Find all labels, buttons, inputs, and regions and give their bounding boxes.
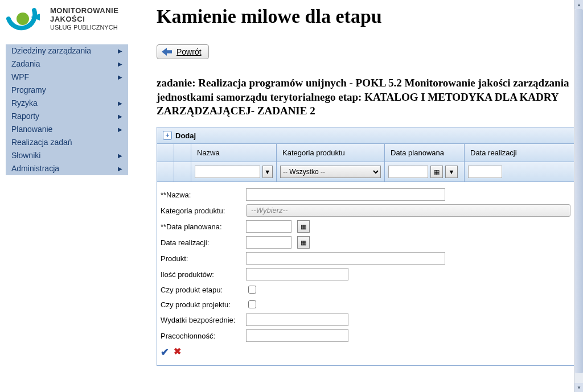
label-data-realizacji: Data realizacji: (161, 238, 240, 247)
milestone-grid: + Dodaj Nazwa Kategoria produktu Data pl… (157, 127, 583, 366)
chevron-right-icon: ▶ (118, 166, 122, 172)
back-button[interactable]: Powrót (157, 44, 209, 59)
chevron-right-icon: ▶ (118, 100, 122, 106)
column-header-data-planowana[interactable]: Data planowana (385, 144, 465, 162)
label-czy-projekt: Czy produkt projektu: (161, 300, 240, 309)
filter-kategoria-select[interactable]: -- Wszystko -- (280, 166, 381, 178)
nav-item-realizacja[interactable]: Realizacja zadań (6, 136, 128, 149)
label-kategoria: Kategoria produktu: (161, 207, 240, 215)
nazwa-input[interactable] (246, 188, 445, 201)
scroll-up-icon[interactable]: ▲ (574, 0, 583, 9)
chevron-right-icon: ▶ (118, 74, 122, 80)
calendar-icon[interactable]: ▦ (430, 166, 443, 178)
label-wydatki: Wydatki bezpośrednie: (161, 316, 240, 324)
add-icon[interactable]: + (163, 131, 172, 140)
column-spacer (157, 144, 174, 162)
column-header-kategoria[interactable]: Kategoria produktu (277, 144, 385, 162)
calendar-icon[interactable]: ▦ (297, 236, 310, 249)
kategoria-select[interactable]: --Wybierz-- (246, 204, 570, 217)
nav-item-slowniki[interactable]: Słowniki▶ (6, 149, 128, 162)
czy-produkt-projektu-checkbox[interactable] (248, 300, 256, 308)
nav-item-ryzyka[interactable]: Ryzyka▶ (6, 97, 128, 110)
chevron-right-icon: ▶ (118, 152, 122, 159)
nav-item-wpf[interactable]: WPF▶ (6, 71, 128, 84)
produkt-input[interactable] (246, 252, 445, 265)
nav-item-raporty[interactable]: Raporty▶ (6, 110, 128, 123)
pracochlonnosc-input[interactable] (246, 329, 348, 342)
label-produkt: Produkt: (161, 254, 240, 263)
nav-item-administracja[interactable]: Administracja▶ (6, 162, 128, 175)
funnel-icon[interactable]: ▼ (262, 166, 273, 178)
label-nazwa: **Nazwa: (161, 191, 240, 199)
logo: MONITOROWANIE JAKOŚCI USŁUG PUBLICZNYCH (6, 5, 128, 33)
label-ilosc: Ilość produktów: (161, 270, 240, 279)
chevron-right-icon: ▶ (118, 126, 122, 133)
filter-nazwa-input[interactable] (195, 166, 260, 178)
column-header-nazwa[interactable]: Nazwa (191, 144, 277, 162)
nav-item-dziedziny[interactable]: Dziedziny zarządzania▶ (6, 44, 128, 57)
add-button[interactable]: Dodaj (175, 131, 196, 140)
chevron-right-icon: ▶ (118, 61, 122, 67)
task-heading: zadanie: Realizacja programów unijnych -… (157, 76, 583, 118)
nav-item-planowanie[interactable]: Planowanie▶ (6, 123, 128, 136)
confirm-icon[interactable]: ✔ (161, 346, 169, 358)
ilosc-produktow-input[interactable] (246, 268, 348, 280)
vertical-scrollbar[interactable]: ▲ ▼ (574, 0, 583, 366)
column-header-data-realizacji[interactable]: Data realizacji (465, 144, 582, 162)
label-czy-etap: Czy produkt etapu: (161, 286, 240, 294)
filter-data-planowana-input[interactable] (388, 166, 428, 178)
logo-icon (6, 5, 46, 33)
chevron-right-icon: ▶ (118, 113, 122, 119)
data-realizacji-input[interactable] (246, 236, 292, 249)
nav-item-programy[interactable]: Programy (6, 84, 128, 97)
arrow-left-icon (162, 48, 172, 56)
data-planowana-input[interactable] (246, 220, 292, 233)
column-spacer (174, 144, 191, 162)
page-title: Kamienie milowe dla etapu (157, 6, 583, 27)
funnel-icon[interactable]: ▼ (445, 166, 458, 178)
scrollbar-thumb[interactable] (575, 9, 583, 366)
svg-point-0 (17, 13, 29, 25)
label-data-planowana: **Data planowana: (161, 222, 240, 231)
chevron-right-icon: ▶ (118, 48, 122, 54)
cancel-icon[interactable]: ✖ (174, 346, 181, 358)
calendar-icon[interactable]: ▦ (297, 220, 310, 233)
main-nav: Dziedziny zarządzania▶ Zadania▶ WPF▶ Pro… (6, 44, 128, 175)
logo-text: MONITOROWANIE JAKOŚCI USŁUG PUBLICZNYCH (50, 6, 118, 31)
czy-produkt-etapu-checkbox[interactable] (248, 286, 256, 294)
wydatki-input[interactable] (246, 313, 348, 326)
nav-item-zadania[interactable]: Zadania▶ (6, 57, 128, 71)
label-pracochlonnosc: Pracochłonność: (161, 332, 240, 340)
filter-data-realizacji-input[interactable] (468, 166, 502, 178)
